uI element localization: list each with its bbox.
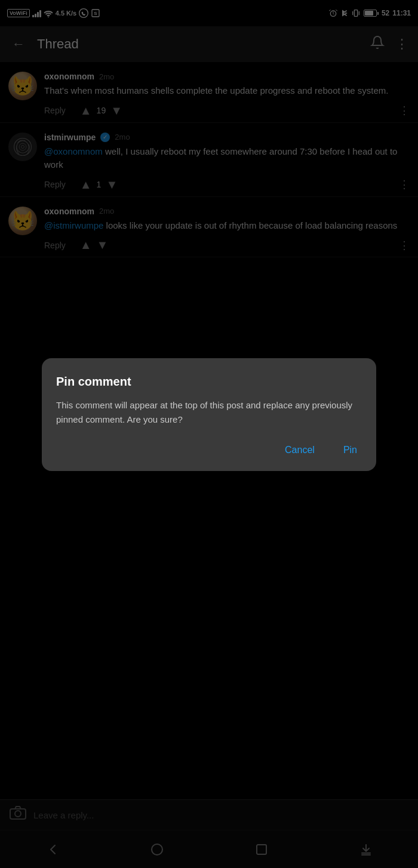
pin-comment-dialog: Pin comment This comment will appear at …	[42, 358, 376, 471]
dialog-title: Pin comment	[56, 375, 362, 389]
pin-button[interactable]: Pin	[339, 441, 362, 459]
dialog-actions: Cancel Pin	[56, 441, 362, 459]
dialog-body: This comment will appear at the top of t…	[56, 398, 362, 427]
cancel-button[interactable]: Cancel	[280, 441, 319, 459]
